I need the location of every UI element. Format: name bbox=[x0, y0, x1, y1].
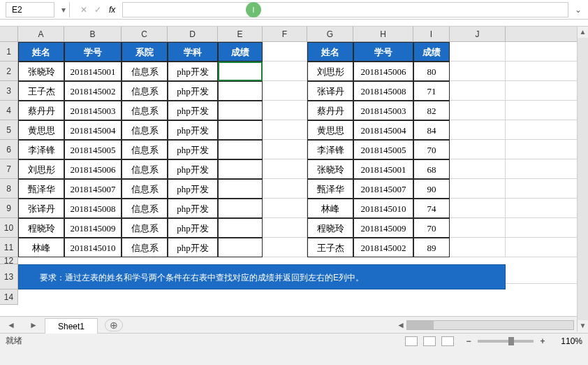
cell-F7[interactable] bbox=[263, 159, 307, 179]
left-header-4[interactable]: 成绩 bbox=[218, 42, 263, 62]
left-name-7[interactable]: 张译丹 bbox=[18, 199, 64, 218]
right-name-8[interactable]: 程晓玲 bbox=[307, 218, 353, 238]
left-header-2[interactable]: 系院 bbox=[122, 42, 168, 62]
row-header-1[interactable]: 1 bbox=[0, 42, 18, 62]
left-name-1[interactable]: 王子杰 bbox=[18, 81, 64, 101]
left-score-8[interactable] bbox=[218, 218, 263, 238]
right-score-9[interactable]: 89 bbox=[413, 238, 450, 257]
zoom-slider-thumb[interactable] bbox=[508, 337, 514, 345]
tab-nav-next-icon[interactable]: ► bbox=[22, 320, 45, 330]
left-subj-3[interactable]: php开发 bbox=[168, 120, 218, 140]
fx-label[interactable]: fx bbox=[109, 5, 115, 15]
right-score-1[interactable]: 71 bbox=[413, 81, 450, 101]
add-sheet-button[interactable]: ⊕ bbox=[105, 319, 123, 331]
left-score-3[interactable] bbox=[218, 120, 263, 140]
horizontal-scroll-track[interactable] bbox=[406, 320, 574, 330]
left-id-6[interactable]: 2018145007 bbox=[64, 179, 122, 199]
cell-extra5[interactable] bbox=[506, 120, 582, 140]
column-header-B[interactable]: B bbox=[64, 27, 122, 42]
left-subj-5[interactable]: php开发 bbox=[168, 159, 218, 179]
left-name-4[interactable]: 李泽锋 bbox=[18, 140, 64, 159]
right-score-7[interactable]: 74 bbox=[413, 199, 450, 218]
cell-F6[interactable] bbox=[263, 140, 307, 159]
left-dept-5[interactable]: 信息系 bbox=[122, 159, 168, 179]
left-dept-2[interactable]: 信息系 bbox=[122, 101, 168, 120]
left-header-1[interactable]: 学号 bbox=[64, 42, 122, 62]
right-id-0[interactable]: 2018145006 bbox=[353, 62, 413, 81]
right-id-4[interactable]: 2018145005 bbox=[353, 140, 413, 159]
right-score-3[interactable]: 84 bbox=[413, 120, 450, 140]
left-dept-6[interactable]: 信息系 bbox=[122, 179, 168, 199]
vertical-scrollbar[interactable]: ▲ ▼ bbox=[577, 27, 588, 331]
formula-expand-icon[interactable]: ⌄ bbox=[571, 5, 585, 15]
cell-extra10[interactable] bbox=[506, 218, 582, 238]
right-score-4[interactable]: 70 bbox=[413, 140, 450, 159]
left-dept-1[interactable]: 信息系 bbox=[122, 81, 168, 101]
left-id-0[interactable]: 2018145001 bbox=[64, 62, 122, 81]
left-subj-2[interactable]: php开发 bbox=[168, 101, 218, 120]
cell-F8[interactable] bbox=[263, 179, 307, 199]
cell-extra3[interactable] bbox=[506, 81, 582, 101]
cell-F4[interactable] bbox=[263, 101, 307, 120]
cell-F1[interactable] bbox=[263, 42, 307, 62]
left-subj-8[interactable]: php开发 bbox=[168, 218, 218, 238]
name-box-dropdown[interactable]: ▾ bbox=[57, 2, 70, 17]
left-name-8[interactable]: 程晓玲 bbox=[18, 218, 64, 238]
row-header-11[interactable]: 11 bbox=[0, 238, 18, 257]
left-header-3[interactable]: 学科 bbox=[168, 42, 218, 62]
left-dept-7[interactable]: 信息系 bbox=[122, 199, 168, 218]
left-id-7[interactable]: 2018145008 bbox=[64, 199, 122, 218]
right-score-0[interactable]: 80 bbox=[413, 62, 450, 81]
cell-extra6[interactable] bbox=[506, 140, 582, 159]
right-header-2[interactable]: 成绩 bbox=[413, 42, 450, 62]
zoom-percent[interactable]: 110% bbox=[552, 336, 582, 346]
left-id-4[interactable]: 2018145005 bbox=[64, 140, 122, 159]
horizontal-scroll-thumb[interactable] bbox=[407, 321, 434, 329]
cell-F11[interactable] bbox=[263, 238, 307, 257]
column-header-I[interactable]: I bbox=[413, 27, 450, 42]
left-score-5[interactable] bbox=[218, 159, 263, 179]
zoom-out-button[interactable]: − bbox=[464, 336, 473, 346]
left-score-1[interactable] bbox=[218, 81, 263, 101]
row-header-5[interactable]: 5 bbox=[0, 120, 18, 140]
right-id-2[interactable]: 2018145003 bbox=[353, 101, 413, 120]
column-header-D[interactable]: D bbox=[168, 27, 218, 42]
left-id-9[interactable]: 2018145010 bbox=[64, 238, 122, 257]
right-id-9[interactable]: 2018145002 bbox=[353, 238, 413, 257]
right-name-9[interactable]: 王子杰 bbox=[307, 238, 353, 257]
formula-input[interactable] bbox=[122, 2, 568, 17]
view-page-layout-icon[interactable] bbox=[423, 336, 436, 346]
left-name-9[interactable]: 林峰 bbox=[18, 238, 64, 257]
left-dept-3[interactable]: 信息系 bbox=[122, 120, 168, 140]
left-name-5[interactable]: 刘思彤 bbox=[18, 159, 64, 179]
cell-J6[interactable] bbox=[450, 140, 506, 159]
tab-nav-prev-icon[interactable]: ◄ bbox=[0, 320, 22, 330]
left-subj-0[interactable]: php开发 bbox=[168, 62, 218, 81]
row-header-4[interactable]: 4 bbox=[0, 101, 18, 120]
left-subj-6[interactable]: php开发 bbox=[168, 179, 218, 199]
column-header-E[interactable]: E bbox=[218, 27, 263, 42]
cell-extra1[interactable] bbox=[506, 42, 582, 62]
row-header-7[interactable]: 7 bbox=[0, 159, 18, 179]
left-id-5[interactable]: 2018145006 bbox=[64, 159, 122, 179]
left-score-4[interactable] bbox=[218, 140, 263, 159]
column-header-J[interactable]: J bbox=[450, 27, 506, 42]
left-subj-1[interactable]: php开发 bbox=[168, 81, 218, 101]
left-score-6[interactable] bbox=[218, 179, 263, 199]
left-header-0[interactable]: 姓名 bbox=[18, 42, 64, 62]
cell-J7[interactable] bbox=[450, 159, 506, 179]
left-id-8[interactable]: 2018145009 bbox=[64, 218, 122, 238]
left-name-0[interactable]: 张晓玲 bbox=[18, 62, 64, 81]
zoom-slider[interactable] bbox=[478, 340, 534, 343]
right-id-6[interactable]: 2018145007 bbox=[353, 179, 413, 199]
cell-J10[interactable] bbox=[450, 218, 506, 238]
column-header-G[interactable]: G bbox=[307, 27, 353, 42]
left-dept-0[interactable]: 信息系 bbox=[122, 62, 168, 81]
horizontal-scrollbar[interactable]: ◄ ► bbox=[392, 320, 588, 330]
cell-extra8[interactable] bbox=[506, 179, 582, 199]
zoom-in-button[interactable]: + bbox=[538, 336, 547, 346]
right-name-1[interactable]: 张译丹 bbox=[307, 81, 353, 101]
cell-extra7[interactable] bbox=[506, 159, 582, 179]
right-score-5[interactable]: 68 bbox=[413, 159, 450, 179]
right-name-2[interactable]: 蔡丹丹 bbox=[307, 101, 353, 120]
